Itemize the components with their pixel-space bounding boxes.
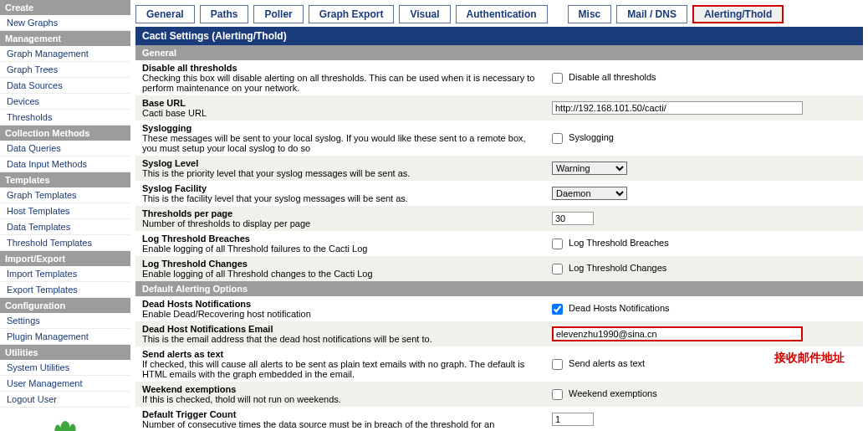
help-trigger-count: Number of consecutive times the data sou… bbox=[142, 419, 494, 429]
sidebar-item[interactable]: System Utilities bbox=[0, 360, 130, 376]
help-dead-email: This is the email address that the dead … bbox=[142, 334, 432, 344]
settings-tabs: GeneralPathsPollerGraph ExportVisualAuth… bbox=[135, 5, 863, 23]
svg-point-0 bbox=[60, 421, 71, 431]
svg-point-1 bbox=[54, 424, 60, 431]
sidebar-item[interactable]: User Management bbox=[0, 376, 130, 392]
cb-label-disable-all: Disable all thresholds bbox=[569, 72, 656, 82]
sidebar-group-header: Create bbox=[0, 0, 130, 15]
cb-label-weekend: Weekend exemptions bbox=[569, 388, 657, 398]
label-dead-hosts: Dead Hosts Notifications bbox=[142, 299, 539, 309]
label-per-page: Thresholds per page bbox=[142, 208, 539, 218]
tab-alerting-thold[interactable]: Alerting/Thold bbox=[692, 5, 784, 23]
checkbox-log-changes[interactable] bbox=[552, 264, 563, 275]
help-syslog-facility: This is the facility level that your sys… bbox=[142, 193, 408, 203]
tab-poller[interactable]: Poller bbox=[253, 5, 303, 23]
sidebar-item[interactable]: Logout User bbox=[0, 392, 130, 408]
label-disable-all: Disable all thresholds bbox=[142, 63, 539, 73]
cb-label-syslogging: Syslogging bbox=[569, 132, 614, 142]
sidebar-item[interactable]: Graph Templates bbox=[0, 187, 130, 203]
input-base-url[interactable] bbox=[552, 101, 803, 115]
sidebar-group-header: Templates bbox=[0, 172, 130, 187]
page-title: Cacti Settings (Alerting/Thold) bbox=[135, 27, 863, 45]
checkbox-syslogging[interactable] bbox=[552, 133, 563, 144]
label-trigger-count: Default Trigger Count bbox=[142, 409, 539, 419]
tab-misc[interactable]: Misc bbox=[568, 5, 612, 23]
input-per-page[interactable] bbox=[552, 212, 594, 225]
help-per-page: Number of thresholds to display per page bbox=[142, 218, 310, 228]
help-syslogging: These messages will be sent to your loca… bbox=[142, 133, 526, 153]
tab-visual[interactable]: Visual bbox=[399, 5, 450, 23]
label-syslogging: Syslogging bbox=[142, 123, 539, 133]
cactus-icon bbox=[50, 413, 80, 431]
sidebar-item[interactable]: Settings bbox=[0, 313, 130, 329]
checkbox-alerts-text[interactable] bbox=[552, 359, 563, 370]
sidebar-item[interactable]: Import Templates bbox=[0, 266, 130, 282]
sidebar-group-header: Configuration bbox=[0, 298, 130, 313]
label-syslog-facility: Syslog Facility bbox=[142, 183, 539, 193]
cb-label-dead-hosts: Dead Hosts Notifications bbox=[569, 303, 669, 313]
main-panel: GeneralPathsPollerGraph ExportVisualAuth… bbox=[130, 0, 868, 431]
sidebar-item[interactable]: Devices bbox=[0, 94, 130, 110]
help-alerts-text: If checked, this will cause all alerts t… bbox=[142, 359, 524, 379]
input-trigger-count[interactable] bbox=[552, 413, 594, 426]
help-log-breaches: Enable logging of all Threshold failures… bbox=[142, 244, 367, 254]
sidebar-item[interactable]: Host Templates bbox=[0, 203, 130, 219]
help-syslog-level: This is the priority level that your sys… bbox=[142, 168, 410, 178]
help-log-changes: Enable logging of all Threshold changes … bbox=[142, 269, 373, 279]
help-base-url: Cacti base URL bbox=[142, 108, 207, 118]
label-dead-email: Dead Host Notifications Email bbox=[142, 324, 539, 334]
sidebar-group-header: Collection Methods bbox=[0, 126, 130, 141]
label-log-changes: Log Threshold Changes bbox=[142, 259, 539, 269]
sidebar-item[interactable]: Graph Management bbox=[0, 46, 130, 62]
select-syslog-facility[interactable]: Daemon bbox=[552, 187, 627, 200]
help-disable-all: Checking this box will disable alerting … bbox=[142, 73, 534, 93]
cacti-logo bbox=[0, 408, 130, 431]
sidebar-group-header: Management bbox=[0, 31, 130, 46]
checkbox-log-breaches[interactable] bbox=[552, 239, 563, 249]
tab-graph-export[interactable]: Graph Export bbox=[309, 5, 395, 23]
label-weekend: Weekend exemptions bbox=[142, 384, 539, 394]
sidebar-item[interactable]: New Graphs bbox=[0, 15, 130, 31]
tab-mail-dns[interactable]: Mail / DNS bbox=[616, 5, 687, 23]
sidebar-item[interactable]: Data Sources bbox=[0, 78, 130, 94]
label-log-breaches: Log Threshold Breaches bbox=[142, 233, 539, 244]
label-base-url: Base URL bbox=[142, 98, 539, 108]
sidebar: CreateNew GraphsManagementGraph Manageme… bbox=[0, 0, 130, 431]
cb-label-log-breaches: Log Threshold Breaches bbox=[569, 238, 669, 248]
sidebar-group-header: Utilities bbox=[0, 345, 130, 360]
sidebar-item[interactable]: Data Templates bbox=[0, 219, 130, 235]
cb-label-alerts-text: Send alerts as text bbox=[569, 358, 645, 368]
cb-label-log-changes: Log Threshold Changes bbox=[569, 263, 666, 273]
sidebar-item[interactable]: Threshold Templates bbox=[0, 235, 130, 251]
sidebar-item[interactable]: Graph Trees bbox=[0, 62, 130, 78]
svg-point-2 bbox=[69, 424, 75, 432]
sidebar-item[interactable]: Thresholds bbox=[0, 110, 130, 126]
checkbox-dead-hosts[interactable] bbox=[552, 304, 563, 315]
checkbox-weekend[interactable] bbox=[552, 389, 563, 400]
sidebar-item[interactable]: Data Input Methods bbox=[0, 156, 130, 172]
sidebar-group-header: Import/Export bbox=[0, 251, 130, 266]
checkbox-disable-all[interactable] bbox=[552, 73, 563, 84]
settings-form: General Disable all thresholds Checking … bbox=[135, 45, 863, 431]
select-syslog-level[interactable]: Warning bbox=[552, 162, 627, 175]
section-general: General bbox=[135, 45, 863, 60]
sidebar-item[interactable]: Export Templates bbox=[0, 282, 130, 298]
input-dead-email[interactable] bbox=[552, 326, 803, 341]
tab-general[interactable]: General bbox=[135, 5, 195, 23]
help-weekend: If this is checked, thold will not run o… bbox=[142, 394, 341, 404]
tab-authentication[interactable]: Authentication bbox=[456, 5, 548, 23]
help-dead-hosts: Enable Dead/Recovering host notification bbox=[142, 309, 311, 319]
sidebar-item[interactable]: Data Queries bbox=[0, 141, 130, 156]
tab-paths[interactable]: Paths bbox=[200, 5, 249, 23]
label-alerts-text: Send alerts as text bbox=[142, 349, 539, 359]
sidebar-item[interactable]: Plugin Management bbox=[0, 329, 130, 345]
annotation-email: 接收邮件地址 bbox=[774, 351, 845, 366]
label-syslog-level: Syslog Level bbox=[142, 158, 539, 168]
section-default-alerting: Default Alerting Options bbox=[135, 281, 863, 296]
